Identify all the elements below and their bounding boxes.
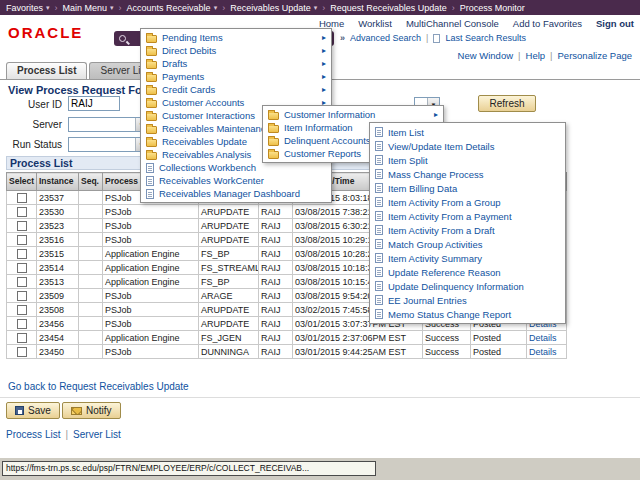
cell-instance: 23450 [37, 345, 79, 359]
menu-item-memo-status-change-report[interactable]: Memo Status Change Report [370, 307, 565, 321]
menu-item-label: Receivables WorkCenter [159, 175, 264, 186]
select-checkbox[interactable] [17, 319, 27, 329]
breadcrumb-separator: › [322, 3, 325, 13]
select-checkbox[interactable] [17, 221, 27, 231]
breadcrumb-item-favorites[interactable]: Favorites▾ [6, 3, 50, 13]
menu-item-item-activity-from-a-group[interactable]: Item Activity From a Group [370, 195, 565, 209]
cell-select [7, 289, 37, 303]
menu-item-label: Customer Interactions [162, 110, 255, 121]
menu-item-drafts[interactable]: Drafts▸ [141, 57, 331, 70]
breadcrumb-item-receivables-update[interactable]: Receivables Update▾ [230, 3, 317, 13]
select-checkbox[interactable] [17, 333, 27, 343]
multichannel-console-link[interactable]: MultiChannel Console [406, 18, 499, 29]
cell-select [7, 247, 37, 261]
menu-item-item-billing-data[interactable]: Item Billing Data [370, 181, 565, 195]
menu-item-label: Item Activity From a Payment [388, 211, 512, 222]
menu-item-update-reference-reason[interactable]: Update Reference Reason [370, 265, 565, 279]
process-list-title: Process List [7, 157, 72, 169]
chevron-down-icon: ▾ [46, 4, 50, 12]
menu-item-pending-items[interactable]: Pending Items▸ [141, 31, 331, 44]
breadcrumb: Favorites▾ › Main Menu▾ › Accounts Recei… [0, 0, 640, 15]
cell-user: RAIJ [259, 233, 293, 247]
user-id-input[interactable] [68, 96, 120, 111]
menu-item-label: Item Billing Data [388, 183, 457, 194]
select-checkbox[interactable] [17, 291, 27, 301]
menu-item-item-split[interactable]: Item Split [370, 153, 565, 167]
menu-item-match-group-activities[interactable]: Match Group Activities [370, 237, 565, 251]
menu-item-label: Item List [388, 127, 424, 138]
menu-item-label: Direct Debits [162, 45, 216, 56]
select-checkbox[interactable] [17, 347, 27, 357]
separator: | [550, 50, 552, 61]
server-list-bottom-link[interactable]: Server List [73, 429, 121, 440]
menu-item-view-update-item-details[interactable]: View/Update Item Details [370, 139, 565, 153]
sign-out-link[interactable]: Sign out [596, 18, 634, 29]
last-search-results-link[interactable]: Last Search Results [445, 33, 526, 43]
select-checkbox[interactable] [17, 193, 27, 203]
details-link[interactable]: Details [529, 333, 557, 343]
folder-icon [146, 100, 157, 108]
run-status-dropdown[interactable]: ▼ [68, 137, 148, 152]
cell-instance: 23508 [37, 303, 79, 317]
select-checkbox[interactable] [17, 277, 27, 287]
refresh-button[interactable]: Refresh [478, 95, 536, 112]
server-dropdown[interactable]: ▼ [68, 117, 148, 132]
notify-button[interactable]: Notify [62, 402, 121, 419]
select-checkbox[interactable] [17, 207, 27, 217]
breadcrumb-label: Accounts Receivable [127, 3, 211, 13]
menu-item-label: Customer Accounts [162, 97, 244, 108]
select-checkbox[interactable] [17, 235, 27, 245]
worklist-link[interactable]: Worklist [358, 18, 392, 29]
breadcrumb-separator: › [222, 3, 225, 13]
cell-seq [79, 261, 103, 275]
cell-select [7, 233, 37, 247]
cell-seq [79, 303, 103, 317]
breadcrumb-item-request-receivables-update[interactable]: Request Receivables Update [330, 3, 447, 13]
menu-item-receivables-manager-dashboard[interactable]: Receivables Manager Dashboard [141, 187, 331, 200]
col-instance: Instance [37, 173, 79, 191]
menu-item-receivables-workcenter[interactable]: Receivables WorkCenter [141, 174, 331, 187]
menu-item-update-delinquency-information[interactable]: Update Delinquency Information [370, 279, 565, 293]
menu-item-item-activity-summary[interactable]: Item Activity Summary [370, 251, 565, 265]
cell-name: ARUPDATE [199, 219, 259, 233]
breadcrumb-item-accounts-receivable[interactable]: Accounts Receivable▾ [127, 3, 218, 13]
add-to-favorites-link[interactable]: Add to Favorites [513, 18, 582, 29]
folder-icon [268, 151, 279, 159]
advanced-search-link[interactable]: Advanced Search [350, 33, 421, 43]
menu-item-direct-debits[interactable]: Direct Debits▸ [141, 44, 331, 57]
personalize-page-link[interactable]: Personalize Page [558, 50, 632, 61]
menu-item-item-activity-from-a-payment[interactable]: Item Activity From a Payment [370, 209, 565, 223]
menu-item-customer-information[interactable]: Customer Information▸ [263, 108, 443, 121]
process-list-bottom-link[interactable]: Process List [6, 429, 60, 440]
save-button[interactable]: Save [6, 402, 60, 419]
folder-icon [268, 138, 279, 146]
cell-select [7, 191, 37, 205]
cell-name: FS_BP [199, 247, 259, 261]
tab-process-list[interactable]: Process List [6, 62, 87, 79]
menu-item-item-list[interactable]: Item List [370, 125, 565, 139]
doc-icon [146, 163, 154, 173]
new-window-link[interactable]: New Window [458, 50, 513, 61]
menu-item-payments[interactable]: Payments▸ [141, 70, 331, 83]
menu-item-ee-journal-entries[interactable]: EE Journal Entries [370, 293, 565, 307]
breadcrumb-item-main-menu[interactable]: Main Menu▾ [63, 3, 114, 13]
cell-user: RAIJ [259, 317, 293, 331]
cell-type: PSJob [103, 233, 199, 247]
help-link[interactable]: Help [526, 50, 546, 61]
menu-item-mass-change-process[interactable]: Mass Change Process [370, 167, 565, 181]
cell-seq [79, 247, 103, 261]
go-back-link[interactable]: Go back to Request Receivables Update [8, 381, 189, 392]
breadcrumb-item-process-monitor[interactable]: Process Monitor [460, 3, 525, 13]
menu-item-label: EE Journal Entries [388, 295, 467, 306]
menu-item-item-activity-from-a-draft[interactable]: Item Activity From a Draft [370, 223, 565, 237]
select-checkbox[interactable] [17, 305, 27, 315]
details-link[interactable]: Details [529, 347, 557, 357]
menu-item-label: Update Reference Reason [388, 267, 501, 278]
select-checkbox[interactable] [17, 263, 27, 273]
submenu-arrow-icon: ▸ [322, 46, 326, 55]
menu-item-credit-cards[interactable]: Credit Cards▸ [141, 83, 331, 96]
cell-seq [79, 205, 103, 219]
search-links: » Advanced Search | Last Search Results [340, 33, 526, 43]
select-checkbox[interactable] [17, 249, 27, 259]
menu-item-label: Pending Items [162, 32, 223, 43]
